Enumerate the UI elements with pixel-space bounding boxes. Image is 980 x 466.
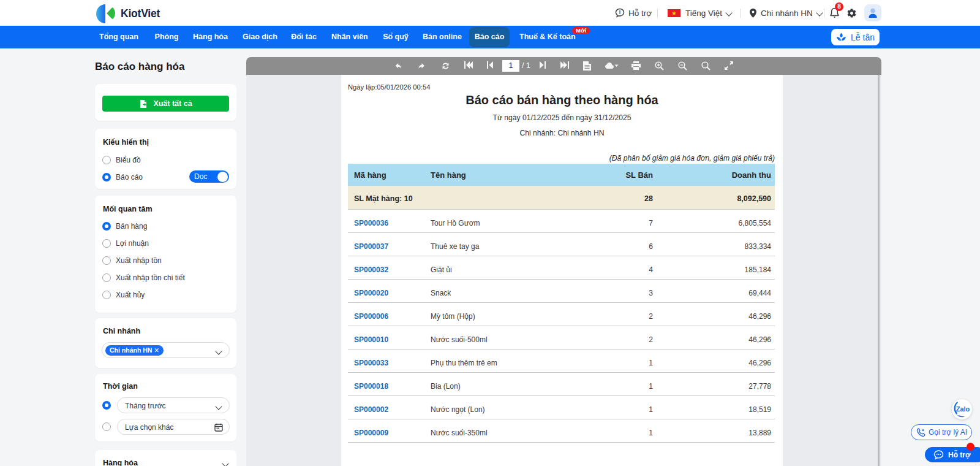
svg-text:Zalo: Zalo	[956, 405, 970, 413]
svg-text:!: !	[619, 9, 621, 15]
